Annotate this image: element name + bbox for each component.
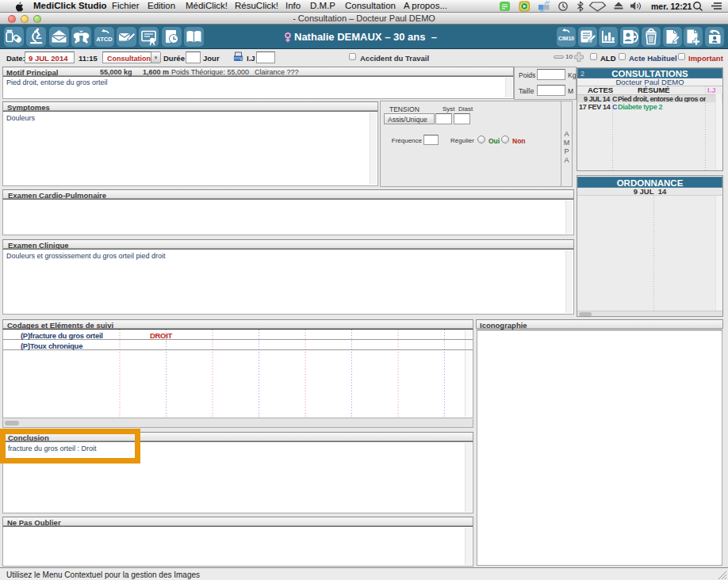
svg-text:CIM10: CIM10	[558, 36, 574, 41]
svg-text:ATCD: ATCD	[96, 36, 113, 43]
